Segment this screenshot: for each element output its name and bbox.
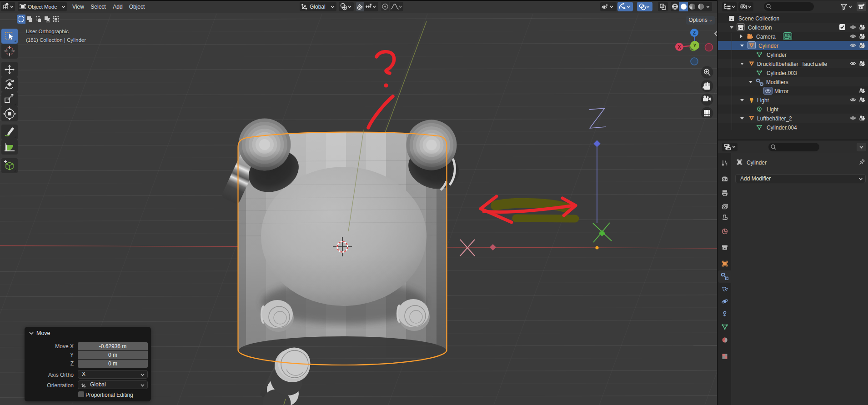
svg-text:Z: Z bbox=[693, 30, 696, 35]
svg-text:X: X bbox=[678, 45, 681, 50]
svg-text:Y: Y bbox=[693, 43, 696, 48]
